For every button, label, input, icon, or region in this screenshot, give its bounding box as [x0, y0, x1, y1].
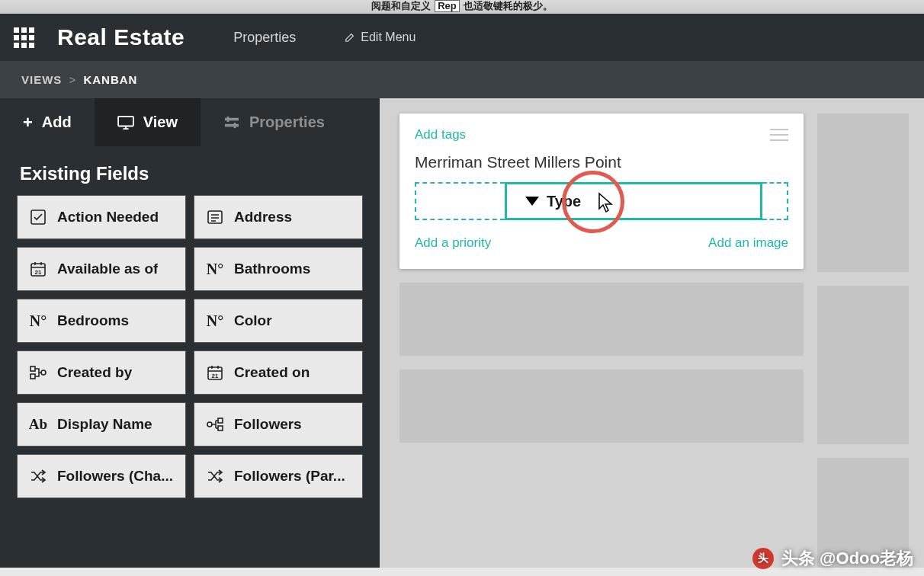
field-chip[interactable]: N°Color — [194, 299, 363, 343]
breadcrumb-sep: > — [69, 73, 77, 86]
faded-text-right: 也适敬键耗的极少。 — [464, 0, 553, 11]
watermark-text: 头条 @Odoo老杨 — [781, 547, 913, 570]
apps-icon[interactable] — [14, 27, 34, 48]
field-chip[interactable]: Followers — [194, 402, 363, 446]
field-chip[interactable]: 21Created on — [194, 350, 363, 395]
tab-add[interactable]: + Add — [0, 98, 95, 146]
field-chip-label: Created by — [57, 364, 132, 381]
app-title: Real Estate — [57, 24, 184, 50]
field-chip[interactable]: Followers (Cha... — [17, 454, 186, 498]
svg-rect-3 — [227, 116, 229, 121]
tab-properties[interactable]: Properties — [201, 98, 348, 146]
kanban-card-placeholder[interactable] — [817, 114, 909, 272]
nav-properties[interactable]: Properties — [233, 30, 296, 46]
kanban-card[interactable]: Add tags Merriman Street Millers Point T… — [399, 114, 804, 269]
kanban-column: Add tags Merriman Street Millers Point T… — [399, 114, 804, 443]
svg-rect-9 — [30, 366, 35, 371]
svg-rect-10 — [30, 374, 35, 379]
card-menu-icon[interactable] — [770, 129, 788, 141]
field-chip[interactable]: Action Needed — [17, 195, 186, 239]
field-chip-label: Color — [234, 312, 272, 329]
tab-view-label: View — [143, 114, 178, 131]
field-chip[interactable]: Followers (Par... — [194, 454, 363, 498]
app-header: Real Estate Properties Edit Menu — [0, 14, 924, 61]
field-chip[interactable]: AbDisplay Name — [17, 402, 186, 446]
field-chip-label: Followers (Par... — [234, 468, 345, 485]
svg-point-11 — [41, 370, 46, 375]
svg-rect-15 — [218, 418, 223, 423]
dropdown-triangle-icon — [525, 197, 539, 206]
faded-box: Rep — [435, 0, 460, 12]
editor-sidebar: + Add View Properties Existing Fields Ac… — [0, 98, 380, 568]
field-chip-label: Created on — [234, 364, 310, 381]
top-faded-bar: 阅题和自定义 Rep 也适敬键耗的极少。 — [0, 0, 924, 14]
drop-left-placeholder[interactable] — [415, 182, 505, 220]
add-tags-link[interactable]: Add tags — [415, 127, 466, 142]
sliders-icon — [223, 116, 240, 130]
field-chip-label: Address — [234, 209, 292, 226]
field-chip-label: Action Needed — [57, 209, 159, 226]
add-image-link[interactable]: Add an image — [708, 235, 788, 251]
field-chip[interactable]: N°Bedrooms — [17, 299, 186, 343]
svg-point-14 — [207, 422, 212, 427]
checkbox-icon — [28, 208, 48, 226]
faded-text-left: 阅题和自定义 — [371, 0, 431, 11]
calendar-icon: 21 — [205, 363, 225, 382]
nav-edit-menu-label: Edit Menu — [361, 30, 415, 44]
monitor-icon — [117, 116, 134, 130]
svg-text:21: 21 — [35, 269, 42, 276]
lines-icon — [205, 208, 225, 226]
ab-icon: Ab — [28, 415, 48, 434]
fields-grid: Action NeededAddress21Available as ofN°B… — [0, 195, 380, 514]
plus-icon: + — [23, 114, 33, 131]
shuffle-icon — [28, 467, 48, 485]
kanban-card-placeholder[interactable] — [399, 370, 804, 443]
type-label: Type — [547, 193, 581, 210]
type-field-slot[interactable]: Type — [505, 182, 762, 220]
drop-right-placeholder[interactable] — [762, 182, 788, 220]
calendar-icon: 21 — [28, 260, 48, 278]
field-chip-label: Bathrooms — [234, 261, 310, 277]
field-chip[interactable]: Created by — [17, 350, 186, 395]
existing-fields-title: Existing Fields — [0, 146, 380, 195]
ndeg-icon: N° — [205, 260, 225, 278]
field-chip-label: Followers — [234, 416, 302, 433]
field-chip[interactable]: Address — [194, 195, 363, 239]
field-chip-label: Available as of — [57, 261, 158, 277]
type-drop-row: Type — [415, 182, 788, 220]
svg-text:21: 21 — [212, 373, 219, 379]
field-chip-label: Bedrooms — [57, 312, 129, 329]
ndeg-icon: N° — [28, 312, 48, 330]
breadcrumb-current: KANBAN — [83, 73, 137, 86]
shuffle-icon — [205, 467, 225, 485]
sidebar-tabs: + Add View Properties — [0, 98, 380, 146]
add-priority-link[interactable]: Add a priority — [415, 235, 491, 251]
tab-view[interactable]: View — [95, 98, 201, 146]
svg-rect-0 — [118, 116, 133, 126]
ndeg-icon: N° — [205, 312, 225, 330]
breadcrumb: VIEWS > KANBAN — [0, 61, 924, 98]
watermark: 头 头条 @Odoo老杨 — [752, 547, 913, 570]
tab-add-label: Add — [42, 114, 72, 131]
cursor-icon — [597, 192, 615, 213]
pencil-icon — [345, 32, 355, 43]
field-chip[interactable]: 21Available as of — [17, 247, 186, 291]
relation-icon — [28, 363, 48, 382]
breadcrumb-root[interactable]: VIEWS — [21, 73, 62, 86]
svg-rect-4 — [234, 123, 236, 128]
kanban-card-placeholder[interactable] — [399, 283, 804, 356]
nav-edit-menu[interactable]: Edit Menu — [345, 30, 415, 44]
kanban-card-placeholder[interactable] — [817, 286, 909, 444]
relation2-icon — [205, 415, 225, 434]
svg-rect-2 — [225, 123, 239, 126]
field-chip-label: Followers (Cha... — [57, 468, 173, 485]
watermark-logo-icon: 头 — [752, 548, 774, 569]
kanban-canvas: Add tags Merriman Street Millers Point T… — [380, 98, 924, 568]
tab-properties-label: Properties — [249, 114, 325, 131]
kanban-column-2 — [817, 114, 909, 568]
field-chip-label: Display Name — [57, 416, 152, 433]
svg-rect-16 — [218, 426, 223, 430]
card-title: Merriman Street Millers Point — [415, 153, 788, 171]
field-chip[interactable]: N°Bathrooms — [194, 247, 363, 291]
